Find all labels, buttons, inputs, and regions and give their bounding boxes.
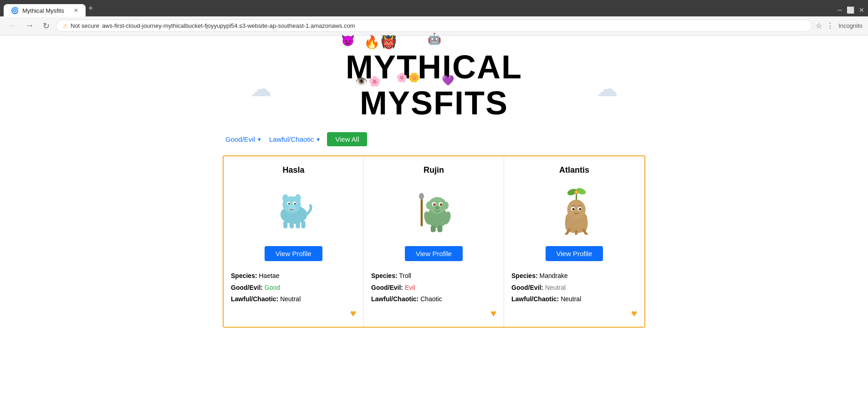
view-all-button[interactable]: View All (327, 132, 367, 146)
lawful-chaotic-value-hasla: Neutral (280, 295, 301, 303)
tab-title: Mythical Mysfits (22, 7, 70, 14)
browser-menu-icon[interactable]: ⋮ (827, 21, 834, 30)
maximize-button[interactable]: ⬜ (847, 6, 854, 14)
card-rujin: Rujin (364, 156, 504, 327)
good-evil-value-hasla: Good (265, 284, 280, 291)
svg-point-2 (282, 194, 288, 202)
card-details-atlantis: Species: Mandrake Good/Evil: Neutral Law… (511, 270, 637, 305)
site-title: 🔥👹 😈 🤖 MYTHICAL 👁️🌸 🌸🌼 💜 MYSFITS (346, 49, 522, 121)
svg-point-3 (295, 194, 301, 202)
card-footer-atlantis: ♥ (511, 308, 637, 319)
species-label-hasla: Species: (231, 272, 257, 279)
species-label-rujin: Species: (371, 272, 398, 279)
card-name-atlantis: Atlantis (559, 165, 589, 175)
view-profile-button-atlantis[interactable]: View Profile (546, 246, 603, 261)
svg-rect-9 (283, 221, 287, 229)
browser-tab[interactable]: 🌀 Mythical Mysfits ✕ (4, 4, 86, 17)
lawful-chaotic-value-atlantis: Neutral (561, 295, 581, 303)
card-atlantis: Atlantis (504, 156, 644, 327)
species-value-hasla: Haetae (259, 272, 279, 279)
lawful-chaotic-label: Lawful/Chaotic (269, 135, 314, 143)
filters-bar: Good/Evil ▼ Lawful/Chaotic ▼ View All (223, 132, 645, 146)
forward-button[interactable]: → (23, 19, 36, 32)
view-profile-button-rujin[interactable]: View Profile (405, 246, 463, 261)
svg-rect-11 (296, 222, 300, 229)
lawful-chaotic-label-hasla: Lawful/Chaotic: (231, 295, 278, 303)
heart-icon-atlantis[interactable]: ♥ (631, 308, 637, 319)
svg-rect-10 (289, 222, 293, 229)
new-tab-button[interactable]: + (88, 4, 93, 13)
close-button[interactable]: ✕ (859, 6, 864, 14)
lawful-chaotic-caret-icon: ▼ (316, 137, 321, 142)
bookmark-icon[interactable]: ☆ (816, 21, 822, 30)
lawful-chaotic-filter[interactable]: Lawful/Chaotic ▼ (268, 134, 322, 145)
security-icon: ⚠ (63, 23, 68, 29)
incognito-label: Incognito (838, 22, 863, 29)
refresh-button[interactable]: ↻ (40, 19, 52, 33)
hero-section: ☁ 🔥👹 😈 🤖 MYTHICAL 👁️🌸 🌸🌼 💜 (223, 45, 645, 132)
card-name-rujin: Rujin (424, 165, 444, 175)
cards-grid: Hasla (223, 155, 645, 328)
good-evil-label: Good/Evil (225, 135, 255, 143)
view-profile-button-hasla[interactable]: View Profile (265, 246, 322, 261)
tab-favicon: 🌀 (11, 7, 19, 14)
card-footer-hasla: ♥ (231, 308, 356, 319)
card-hasla: Hasla (224, 156, 364, 327)
svg-point-8 (294, 203, 296, 205)
svg-point-36 (572, 208, 575, 211)
svg-point-32 (575, 191, 578, 194)
svg-point-17 (426, 202, 431, 210)
svg-point-18 (444, 202, 449, 210)
svg-point-7 (288, 203, 290, 205)
svg-point-23 (435, 207, 439, 210)
good-evil-label-atlantis: Good/Evil: (511, 284, 543, 291)
good-evil-label-rujin: Good/Evil: (371, 284, 403, 291)
heart-icon-hasla[interactable]: ♥ (350, 308, 356, 319)
svg-point-37 (579, 208, 582, 211)
svg-rect-27 (437, 226, 442, 232)
good-evil-label-hasla: Good/Evil: (231, 284, 263, 291)
svg-point-22 (439, 204, 442, 206)
svg-rect-12 (301, 221, 305, 229)
card-footer-rujin: ♥ (371, 308, 496, 319)
card-image-rujin (407, 182, 461, 237)
good-evil-value-atlantis: Neutral (545, 284, 566, 291)
url-text: aws-first-cloud-journey-mythicalbucket-f… (102, 22, 805, 29)
address-bar[interactable]: ⚠ Not secure aws-first-cloud-journey-myt… (56, 20, 812, 32)
card-details-rujin: Species: Troll Good/Evil: Evil Lawful/Ch… (371, 270, 496, 305)
svg-point-21 (433, 204, 436, 206)
species-label-atlantis: Species: (511, 272, 538, 279)
good-evil-value-rujin: Evil (405, 284, 415, 291)
good-evil-caret-icon: ▼ (257, 137, 262, 142)
card-name-hasla: Hasla (282, 165, 304, 175)
minimize-button[interactable]: ─ (837, 6, 842, 14)
good-evil-filter[interactable]: Good/Evil ▼ (225, 134, 263, 145)
card-details-hasla: Species: Haetae Good/Evil: Good Lawful/C… (231, 270, 356, 305)
lawful-chaotic-label-atlantis: Lawful/Chaotic: (511, 295, 559, 303)
lawful-chaotic-value-rujin: Chaotic (420, 295, 442, 303)
svg-rect-13 (420, 197, 423, 226)
svg-point-14 (419, 193, 424, 200)
tab-close-button[interactable]: ✕ (74, 7, 78, 14)
cloud-right-decoration: ☁ (596, 76, 618, 101)
card-image-hasla (266, 182, 321, 237)
card-image-atlantis (547, 182, 602, 237)
species-value-rujin: Troll (399, 272, 411, 279)
cloud-left-decoration: ☁ (250, 76, 272, 101)
svg-rect-26 (430, 226, 435, 232)
lawful-chaotic-label-rujin: Lawful/Chaotic: (371, 295, 419, 303)
heart-icon-rujin[interactable]: ♥ (490, 308, 496, 319)
back-button[interactable]: ← (5, 19, 19, 32)
svg-point-33 (567, 200, 585, 220)
species-value-atlantis: Mandrake (539, 272, 567, 279)
title-line2: 👁️🌸 🌸🌼 💜 MYSFITS (346, 85, 522, 121)
not-secure-label: Not secure (71, 22, 99, 29)
